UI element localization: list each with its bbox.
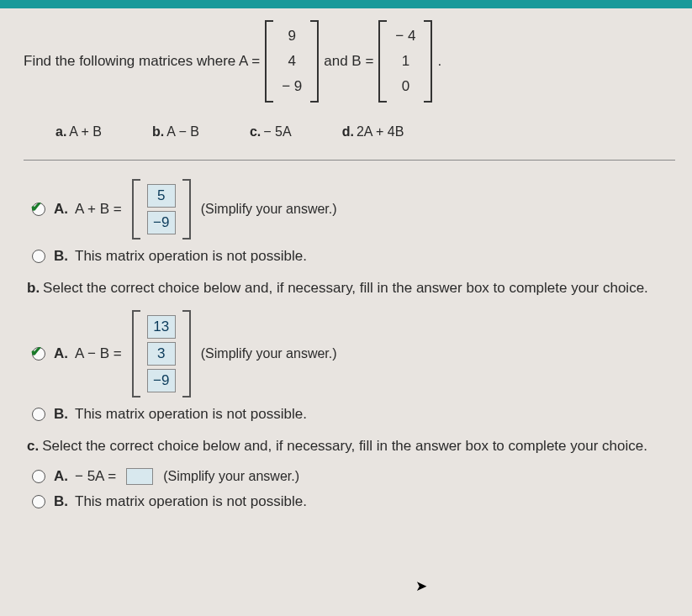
qB-option-B[interactable]: B. This matrix operation is not possible… bbox=[32, 406, 675, 423]
matrix-A-1: 4 bbox=[280, 49, 304, 74]
qA-answer-matrix: 5 −9 bbox=[132, 179, 191, 240]
qA-optB-label: B. bbox=[54, 248, 68, 265]
radio-icon[interactable] bbox=[32, 250, 45, 263]
radio-icon[interactable] bbox=[32, 408, 45, 421]
part-b: b.A − B bbox=[152, 124, 199, 140]
and-text: and B = bbox=[324, 53, 373, 70]
part-d: d.2A + 4B bbox=[342, 124, 404, 140]
divider bbox=[24, 160, 675, 161]
qC-option-A[interactable]: A. − 5A = (Simplify your answer.) bbox=[32, 468, 675, 485]
parts-list: a.A + B b.A − B c.− 5A d.2A + 4B bbox=[24, 118, 675, 155]
matrix-A-0: 9 bbox=[280, 24, 304, 49]
qB-answer-matrix: 13 3 −9 bbox=[132, 310, 191, 398]
content-area: Find the following matrices where A = 9 … bbox=[0, 8, 692, 527]
matrix-B-1: 1 bbox=[394, 49, 417, 74]
part-c: c.− 5A bbox=[250, 124, 292, 140]
prompt-text: Find the following matrices where A = bbox=[24, 53, 260, 70]
matrix-B-2: 0 bbox=[394, 74, 417, 99]
qB-ans-0[interactable]: 13 bbox=[147, 315, 176, 339]
qB-ans-1[interactable]: 3 bbox=[147, 342, 176, 366]
radio-selected-icon[interactable] bbox=[32, 347, 45, 361]
qC-optB-label: B. bbox=[54, 493, 68, 510]
radio-icon[interactable] bbox=[32, 470, 45, 483]
qA-option-B[interactable]: B. This matrix operation is not possible… bbox=[32, 248, 675, 265]
qC-option-B[interactable]: B. This matrix operation is not possible… bbox=[32, 493, 675, 510]
qB-ans-2[interactable]: −9 bbox=[147, 369, 176, 392]
qC-optA-label: A. bbox=[54, 468, 68, 485]
qB-optA-equation: A − B = bbox=[75, 345, 122, 362]
qA-ans-0[interactable]: 5 bbox=[147, 184, 176, 208]
cursor-icon: ➤ bbox=[415, 577, 427, 595]
qB-optB-label: B. bbox=[54, 406, 68, 423]
qA-hint: (Simplify your answer.) bbox=[201, 202, 337, 217]
qB-option-A[interactable]: A. A − B = 13 3 −9 (Simplify your answer… bbox=[32, 310, 675, 398]
qC-hint: (Simplify your answer.) bbox=[163, 469, 299, 484]
qC-optB-text: This matrix operation is not possible. bbox=[75, 493, 307, 510]
qC-optA-equation: − 5A = bbox=[75, 468, 116, 485]
window-top-accent bbox=[0, 0, 692, 8]
matrix-A-2: − 9 bbox=[280, 74, 304, 99]
matrix-A: 9 4 − 9 bbox=[265, 20, 319, 103]
radio-selected-icon[interactable] bbox=[32, 203, 45, 216]
qA-ans-1[interactable]: −9 bbox=[147, 211, 176, 234]
qB-hint: (Simplify your answer.) bbox=[201, 346, 337, 361]
qB-optA-label: A. bbox=[54, 345, 68, 362]
period: . bbox=[437, 53, 441, 70]
matrix-B: − 4 1 0 bbox=[378, 20, 432, 103]
qB-prompt: b.Select the correct choice below and, i… bbox=[27, 280, 675, 297]
qC-answer-input[interactable] bbox=[126, 468, 153, 485]
qA-option-A[interactable]: A. A + B = 5 −9 (Simplify your answer.) bbox=[32, 179, 675, 240]
question-prompt: Find the following matrices where A = 9 … bbox=[24, 20, 675, 103]
part-a: a.A + B bbox=[55, 124, 102, 140]
matrix-B-0: − 4 bbox=[394, 24, 417, 49]
qA-optB-text: This matrix operation is not possible. bbox=[75, 248, 307, 265]
qA-optA-equation: A + B = bbox=[75, 201, 122, 218]
qA-optA-label: A. bbox=[54, 201, 68, 218]
radio-icon[interactable] bbox=[32, 495, 45, 508]
qC-prompt: c.Select the correct choice below and, i… bbox=[27, 438, 675, 455]
qB-optB-text: This matrix operation is not possible. bbox=[75, 406, 307, 423]
